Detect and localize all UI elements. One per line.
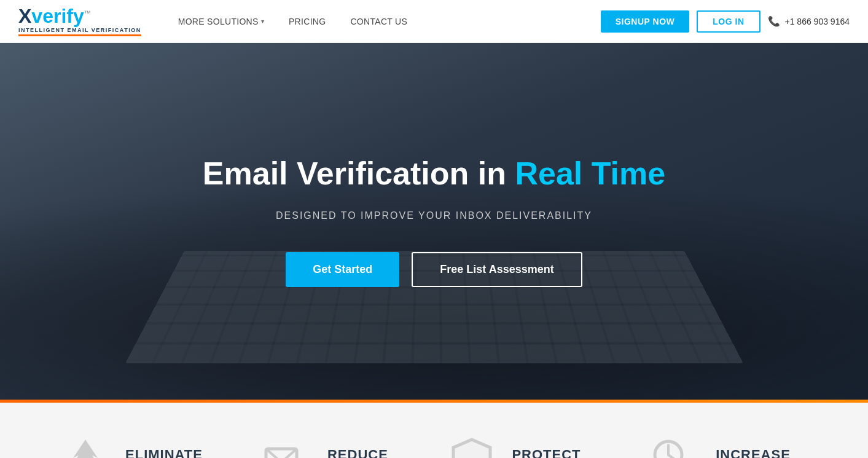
free-list-button[interactable]: Free List Assessment [412,252,582,287]
protect-text: PROTECT AGAINST FRAUD [512,448,606,458]
hero-title-part1: Email Verification in [203,156,515,191]
hero-buttons: Get Started Free List Assessment [203,252,665,287]
hero-content: Email Verification in Real Time DESIGNED… [190,156,678,288]
protect-icon-wrap [444,433,499,458]
phone-icon: 📞 [768,15,780,27]
reduce-text: REDUCE COMPLAINTS [327,448,402,458]
features-section: ELIMINATE HARD BOUNCES REDUCE COMPLAINTS [0,403,868,458]
phone-number: +1 866 903 9164 [785,17,850,26]
mail-no-icon [263,436,312,458]
hero-section: Email Verification in Real Time DESIGNED… [0,43,868,400]
signup-button[interactable]: SIGNUP NOW [601,10,690,33]
protect-label: PROTECT [512,448,606,458]
reduce-icon-wrap [260,433,315,458]
truck-clock-icon [651,436,700,458]
header-actions: SIGNUP NOW LOG IN 📞 +1 866 903 9164 [601,10,850,33]
increase-icon-wrap [648,433,703,458]
hero-subtitle: DESIGNED TO IMPROVE YOUR INBOX DELIVERAB… [203,210,665,221]
login-button[interactable]: LOG IN [697,10,760,33]
eliminate-icon-wrap [58,433,113,458]
increase-label: INCREASE [716,448,810,458]
increase-text: INCREASE DELIVERABILITY [716,448,810,458]
eliminate-label: ELIMINATE [125,448,218,458]
feature-eliminate: ELIMINATE HARD BOUNCES [58,433,218,458]
nav-contact-us[interactable]: CONTACT US [350,17,407,26]
logo[interactable]: XXverify™ INTELLIGENT EMAIL VERIFICATION [18,6,141,36]
nav-more-solutions[interactable]: MORE SOLUTIONS ▾ [178,17,264,26]
shield-icon [447,436,496,458]
logo-orange-bar [18,34,141,36]
nav-pricing[interactable]: PRICING [289,17,326,26]
feature-protect: PROTECT AGAINST FRAUD [444,433,606,458]
svg-line-7 [668,455,674,458]
arrow-up-icon [61,436,110,458]
hero-title-part2: Real Time [515,156,665,191]
reduce-label: REDUCE [327,448,402,458]
chevron-down-icon: ▾ [261,18,264,25]
phone-wrap: 📞 +1 866 903 9164 [768,15,850,27]
feature-reduce: REDUCE COMPLAINTS [260,433,402,458]
eliminate-text: ELIMINATE HARD BOUNCES [125,448,218,458]
feature-increase: INCREASE DELIVERABILITY [648,433,810,458]
get-started-button[interactable]: Get Started [286,252,399,287]
logo-subtitle: INTELLIGENT EMAIL VERIFICATION [18,27,141,33]
header: XXverify™ INTELLIGENT EMAIL VERIFICATION… [0,0,868,43]
main-nav: MORE SOLUTIONS ▾ PRICING CONTACT US [178,17,601,26]
hero-title: Email Verification in Real Time [203,156,665,192]
logo-verify: Xverify™ [18,5,91,27]
